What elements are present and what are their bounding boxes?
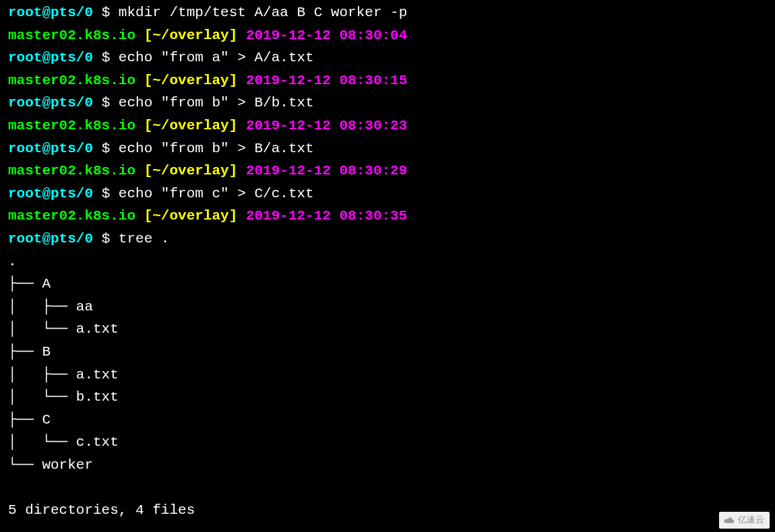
tree-output-line: ├── C [8,409,767,432]
prompt-line: root@pts/0 $ tree . [8,228,767,251]
user-prompt: root@pts/0 [8,95,93,110]
watermark-badge: 亿速云 [719,512,770,529]
user-prompt: root@pts/0 [8,231,93,246]
user-prompt: root@pts/0 [8,50,93,65]
path: [~/overlay] [144,208,238,224]
tree-output-line: └── worker [8,454,767,477]
prompt-line: root@pts/0 $ echo "from b" > B/a.txt [8,137,767,160]
tree-output-line: │ ├── aa [8,296,767,319]
hostname: master02.k8s.io [8,208,135,224]
timestamp: 2019-12-12 08:30:35 [246,208,407,224]
dollar-sign: $ [93,186,119,201]
tree-output-line: │ └── a.txt [8,318,767,341]
tree-output-line: ├── A [8,273,767,296]
header-line: master02.k8s.io [~/overlay] 2019-12-12 0… [8,69,767,92]
command-text[interactable]: echo "from b" > B/b.txt [119,95,314,110]
tree-output-root: . [8,251,767,273]
timestamp: 2019-12-12 08:30:15 [246,73,407,88]
hostname: master02.k8s.io [8,118,135,133]
command-text[interactable]: echo "from b" > B/a.txt [119,141,314,156]
prompt-line: root@pts/0 $ mkdir /tmp/test A/aa B C wo… [8,1,767,24]
header-line: master02.k8s.io [~/overlay] 2019-12-12 0… [8,24,767,47]
dollar-sign: $ [93,141,119,156]
path: [~/overlay] [144,73,238,88]
command-text[interactable]: echo "from c" > C/c.txt [119,186,314,201]
timestamp: 2019-12-12 08:30:04 [246,28,407,43]
tree-output-line: ├── B [8,341,767,364]
watermark-text: 亿速云 [738,513,764,527]
tree-output-line: │ └── b.txt [8,386,767,409]
tree-summary: 5 directories, 4 files [8,499,767,522]
dollar-sign: $ [93,5,119,20]
tree-output-line: │ └── c.txt [8,431,767,454]
command-text[interactable]: echo "from a" > A/a.txt [119,50,314,65]
user-prompt: root@pts/0 [8,5,93,20]
tree-blank-line [8,476,767,499]
terminal-header-line-partial: master02.k8s.io [~/overlay] 2019-12-12 0… [8,0,767,1]
hostname: master02.k8s.io [8,73,135,88]
prompt-line: root@pts/0 $ echo "from c" > C/c.txt [8,182,767,205]
cloud-icon [723,517,735,525]
header-line: master02.k8s.io [~/overlay] 2019-12-12 0… [8,114,767,137]
command-text[interactable]: tree . [119,231,170,246]
path: [~/overlay] [144,118,238,133]
tree-output-line: │ ├── a.txt [8,364,767,387]
user-prompt: root@pts/0 [8,186,93,201]
user-prompt: root@pts/0 [8,141,93,156]
dollar-sign: $ [93,95,119,110]
header-line: master02.k8s.io [~/overlay] 2019-12-12 0… [8,160,767,182]
timestamp: 2019-12-12 08:30:23 [246,118,407,133]
hostname: master02.k8s.io [8,28,135,43]
path: [~/overlay] [144,28,238,43]
header-line: master02.k8s.io [~/overlay] 2019-12-12 0… [8,205,767,228]
prompt-line: root@pts/0 $ echo "from a" > A/a.txt [8,46,767,69]
command-text[interactable]: mkdir /tmp/test A/aa B C worker -p [119,5,407,20]
prompt-line: root@pts/0 $ echo "from b" > B/b.txt [8,92,767,114]
path: [~/overlay] [144,163,238,178]
dollar-sign: $ [93,50,119,65]
timestamp: 2019-12-12 08:30:29 [246,163,407,178]
hostname: master02.k8s.io [8,163,135,178]
dollar-sign: $ [93,231,119,246]
